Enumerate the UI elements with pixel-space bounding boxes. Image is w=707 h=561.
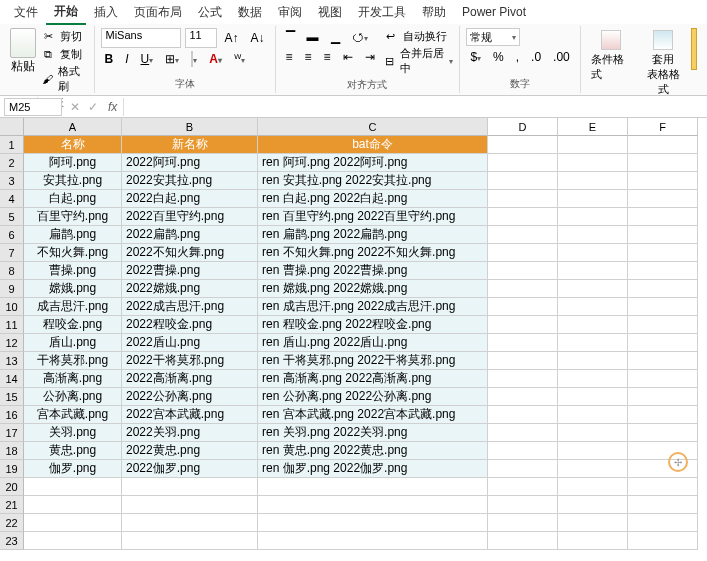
row-header[interactable]: 4	[0, 190, 24, 208]
cell[interactable]	[558, 190, 628, 208]
cell[interactable]: 白起.png	[24, 190, 122, 208]
cell[interactable]: 2022曹操.png	[122, 262, 258, 280]
cell[interactable]	[628, 334, 698, 352]
row-header[interactable]: 2	[0, 154, 24, 172]
cell[interactable]: ren 盾山.png 2022盾山.png	[258, 334, 488, 352]
cell[interactable]	[488, 154, 558, 172]
cell[interactable]: 2022盾山.png	[122, 334, 258, 352]
cell[interactable]	[558, 172, 628, 190]
cell[interactable]: 2022高渐离.png	[122, 370, 258, 388]
row-header[interactable]: 20	[0, 478, 24, 496]
currency-icon[interactable]: $▾	[466, 48, 485, 66]
cell[interactable]: ren 高渐离.png 2022高渐离.png	[258, 370, 488, 388]
merge-button[interactable]: ⊟合并后居中▾	[383, 46, 454, 76]
cell[interactable]	[558, 352, 628, 370]
select-all-corner[interactable]	[0, 118, 24, 136]
cell[interactable]	[558, 154, 628, 172]
cancel-icon[interactable]: ✕	[66, 100, 84, 114]
cell[interactable]	[628, 280, 698, 298]
cell[interactable]: ren 百里守约.png 2022百里守约.png	[258, 208, 488, 226]
row-header[interactable]: 10	[0, 298, 24, 316]
cell[interactable]	[628, 190, 698, 208]
cell[interactable]	[488, 370, 558, 388]
row-header[interactable]: 21	[0, 496, 24, 514]
cell[interactable]	[258, 496, 488, 514]
cell[interactable]: 2022白起.png	[122, 190, 258, 208]
font-size-select[interactable]: 11	[185, 28, 217, 48]
cell[interactable]	[628, 136, 698, 154]
cell[interactable]: ren 不知火舞.png 2022不知火舞.png	[258, 244, 488, 262]
cell[interactable]: 关羽.png	[24, 424, 122, 442]
cell[interactable]	[558, 478, 628, 496]
name-box[interactable]	[4, 98, 62, 116]
cell[interactable]	[24, 478, 122, 496]
increase-font-icon[interactable]: A↑	[221, 29, 243, 47]
italic-button[interactable]: I	[121, 50, 132, 68]
formula-input[interactable]	[123, 98, 707, 116]
cell[interactable]	[628, 316, 698, 334]
cell[interactable]	[488, 352, 558, 370]
row-header[interactable]: 11	[0, 316, 24, 334]
cell[interactable]	[488, 226, 558, 244]
cell[interactable]	[558, 532, 628, 550]
cell[interactable]: ren 扁鹊.png 2022扁鹊.png	[258, 226, 488, 244]
cell[interactable]	[558, 388, 628, 406]
copy-button[interactable]: ⧉复制	[40, 46, 88, 62]
cell[interactable]	[488, 190, 558, 208]
cell[interactable]	[558, 460, 628, 478]
align-top-icon[interactable]: ▔	[282, 28, 299, 46]
cell[interactable]: ren 关羽.png 2022关羽.png	[258, 424, 488, 442]
cell[interactable]	[558, 244, 628, 262]
row-header[interactable]: 23	[0, 532, 24, 550]
cell[interactable]: 2022干将莫邪.png	[122, 352, 258, 370]
menu-item[interactable]: 审阅	[270, 1, 310, 24]
cell[interactable]: 宫本武藏.png	[24, 406, 122, 424]
font-name-select[interactable]: MiSans	[101, 28, 181, 48]
row-header[interactable]: 3	[0, 172, 24, 190]
format-as-table-button[interactable]: 套用 表格格式	[639, 28, 687, 99]
cell[interactable]	[488, 262, 558, 280]
row-header[interactable]: 18	[0, 442, 24, 460]
format-painter-button[interactable]: 🖌格式刷	[40, 64, 88, 94]
cell[interactable]: 曹操.png	[24, 262, 122, 280]
cell[interactable]: ren 程咬金.png 2022程咬金.png	[258, 316, 488, 334]
cell[interactable]	[122, 478, 258, 496]
cell[interactable]	[488, 532, 558, 550]
cell[interactable]: ren 干将莫邪.png 2022干将莫邪.png	[258, 352, 488, 370]
cell[interactable]	[628, 262, 698, 280]
cell[interactable]: 扁鹊.png	[24, 226, 122, 244]
cell[interactable]: 成吉思汗.png	[24, 298, 122, 316]
row-header[interactable]: 5	[0, 208, 24, 226]
cell[interactable]: 2022不知火舞.png	[122, 244, 258, 262]
cell[interactable]: 嫦娥.png	[24, 280, 122, 298]
cell[interactable]: 2022阿珂.png	[122, 154, 258, 172]
cell[interactable]	[628, 406, 698, 424]
menu-item[interactable]: 帮助	[414, 1, 454, 24]
row-header[interactable]: 13	[0, 352, 24, 370]
align-center-icon[interactable]: ≡	[301, 48, 316, 66]
cell[interactable]: 2022成吉思汗.png	[122, 298, 258, 316]
cell[interactable]: 不知火舞.png	[24, 244, 122, 262]
percent-icon[interactable]: %	[489, 48, 508, 66]
row-header[interactable]: 8	[0, 262, 24, 280]
cell[interactable]	[558, 406, 628, 424]
column-header[interactable]: F	[628, 118, 698, 136]
align-bottom-icon[interactable]: ▁	[327, 28, 344, 46]
cell[interactable]	[558, 280, 628, 298]
cell[interactable]: 2022扁鹊.png	[122, 226, 258, 244]
paste-button[interactable]: 粘贴	[10, 28, 36, 75]
font-color-button[interactable]: A▾	[205, 50, 226, 68]
cell[interactable]: 公孙离.png	[24, 388, 122, 406]
fx-icon[interactable]: fx	[102, 100, 123, 114]
cell[interactable]	[488, 406, 558, 424]
cell[interactable]: ren 嫦娥.png 2022嫦娥.png	[258, 280, 488, 298]
cell[interactable]	[558, 370, 628, 388]
row-header[interactable]: 16	[0, 406, 24, 424]
cell[interactable]	[488, 334, 558, 352]
comma-icon[interactable]: ,	[512, 48, 523, 66]
cell[interactable]	[628, 478, 698, 496]
cell[interactable]	[558, 316, 628, 334]
cell[interactable]: ren 黄忠.png 2022黄忠.png	[258, 442, 488, 460]
menu-item[interactable]: 开始	[46, 0, 86, 25]
cell[interactable]: 干将莫邪.png	[24, 352, 122, 370]
